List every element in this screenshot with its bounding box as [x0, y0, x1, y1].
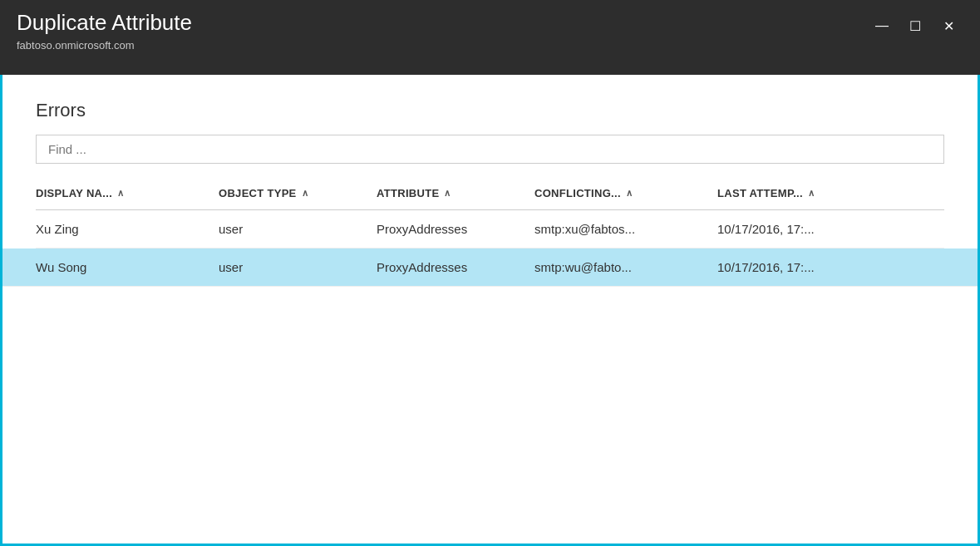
sort-arrow-object-type: ∧ [302, 188, 308, 199]
window-title: Duplicate Attribute [17, 10, 192, 36]
col-header-display-name[interactable]: DISPLAY NA... ∧ [36, 187, 219, 199]
window-controls: — ☐ ✕ [867, 13, 963, 38]
col-header-object-type[interactable]: OBJECT TYPE ∧ [219, 187, 377, 199]
cell-object-type: user [219, 222, 377, 236]
sort-arrow-display-name: ∧ [117, 188, 124, 199]
main-content: Errors DISPLAY NA... ∧ OBJECT TYPE ∧ ATT… [0, 75, 980, 546]
section-title: Errors [36, 100, 944, 121]
title-bar-left: Duplicate Attribute fabtoso.onmicrosoft.… [17, 10, 192, 52]
sort-arrow-last-attempt: ∧ [808, 188, 815, 199]
title-bar: Duplicate Attribute fabtoso.onmicrosoft.… [0, 0, 980, 75]
sort-arrow-attribute: ∧ [444, 188, 451, 199]
table-header: DISPLAY NA... ∧ OBJECT TYPE ∧ ATTRIBUTE … [36, 187, 944, 210]
cell-attribute: ProxyAddresses [377, 260, 534, 274]
cell-conflicting: smtp:xu@fabtos... [534, 222, 717, 236]
cell-last-attempt: 10/17/2016, 17:... [717, 260, 884, 274]
errors-table: DISPLAY NA... ∧ OBJECT TYPE ∧ ATTRIBUTE … [36, 187, 944, 287]
col-header-last-attempt[interactable]: LAST ATTEMP... ∧ [717, 187, 884, 199]
table-row[interactable]: Xu Zing user ProxyAddresses smtp:xu@fabt… [36, 210, 944, 248]
cell-conflicting: smtp:wu@fabto... [534, 260, 717, 274]
search-input[interactable] [36, 135, 944, 164]
cell-object-type: user [219, 260, 377, 274]
maximize-button[interactable]: ☐ [900, 13, 930, 38]
close-button[interactable]: ✕ [933, 13, 963, 38]
table-row[interactable]: Wu Song user ProxyAddresses smtp:wu@fabt… [2, 248, 978, 287]
cell-last-attempt: 10/17/2016, 17:... [717, 222, 884, 236]
col-header-attribute[interactable]: ATTRIBUTE ∧ [377, 187, 534, 199]
sort-arrow-conflicting: ∧ [626, 188, 633, 199]
cell-display-name: Xu Zing [36, 222, 219, 236]
window-subtitle: fabtoso.onmicrosoft.com [17, 39, 192, 52]
cell-display-name: Wu Song [36, 260, 219, 274]
col-header-conflicting[interactable]: CONFLICTING... ∧ [534, 187, 717, 199]
minimize-button[interactable]: — [867, 13, 897, 38]
cell-attribute: ProxyAddresses [377, 222, 534, 236]
